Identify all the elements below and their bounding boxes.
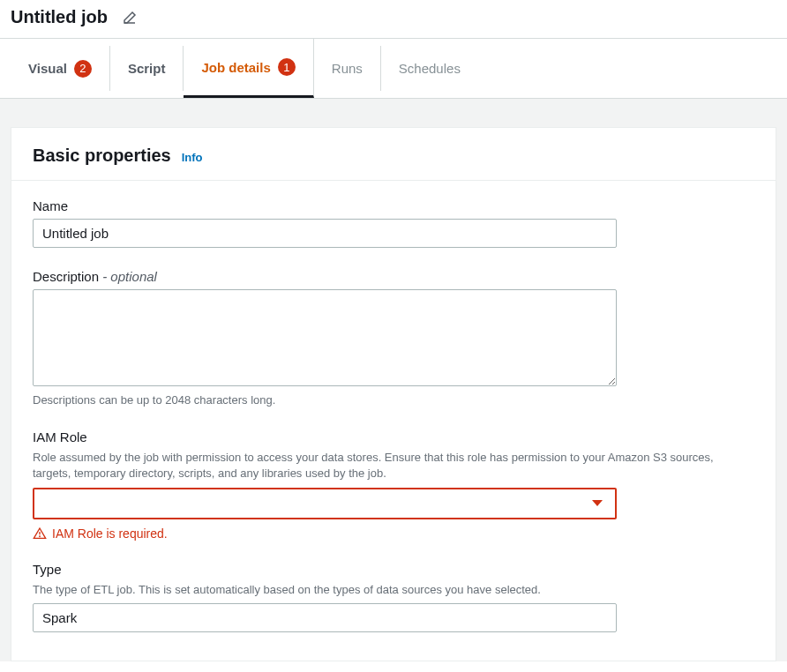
description-help: Descriptions can be up to 2048 character… <box>33 392 754 408</box>
type-help: The type of ETL job. This is set automat… <box>33 582 754 598</box>
tab-job-details[interactable]: Job details 1 <box>184 39 313 98</box>
tab-visual[interactable]: Visual 2 <box>11 46 110 91</box>
type-value: Spark <box>33 603 617 632</box>
tabs-bar: Visual 2 Script Job details 1 Runs Sched… <box>0 38 787 98</box>
tab-label: Job details <box>201 60 270 75</box>
edit-title-icon[interactable] <box>122 10 138 26</box>
tab-label: Visual <box>28 61 67 76</box>
page-title: Untitled job <box>11 7 108 27</box>
tab-label: Script <box>128 61 166 76</box>
tab-runs[interactable]: Runs <box>314 46 381 91</box>
tab-badge: 1 <box>278 58 296 76</box>
warning-icon <box>33 526 47 541</box>
name-input[interactable] <box>33 219 617 248</box>
iam-role-label: IAM Role <box>33 429 754 444</box>
panel-title: Basic properties <box>33 146 171 166</box>
tab-script[interactable]: Script <box>110 46 184 91</box>
basic-properties-panel: Basic properties Info Name Description -… <box>11 127 776 661</box>
iam-role-error: IAM Role is required. <box>33 526 754 541</box>
svg-point-1 <box>40 536 41 537</box>
tab-label: Schedules <box>399 61 461 76</box>
iam-role-select[interactable] <box>33 488 617 519</box>
tab-label: Runs <box>332 61 363 76</box>
tab-schedules[interactable]: Schedules <box>381 46 478 91</box>
tab-badge: 2 <box>74 60 92 78</box>
iam-role-help: Role assumed by the job with permission … <box>33 450 754 482</box>
description-label: Description - optional <box>33 269 754 284</box>
type-label: Type <box>33 562 754 577</box>
chevron-down-icon <box>592 500 603 506</box>
description-textarea[interactable] <box>33 289 617 386</box>
info-link[interactable]: Info <box>182 151 203 164</box>
name-label: Name <box>33 198 754 213</box>
